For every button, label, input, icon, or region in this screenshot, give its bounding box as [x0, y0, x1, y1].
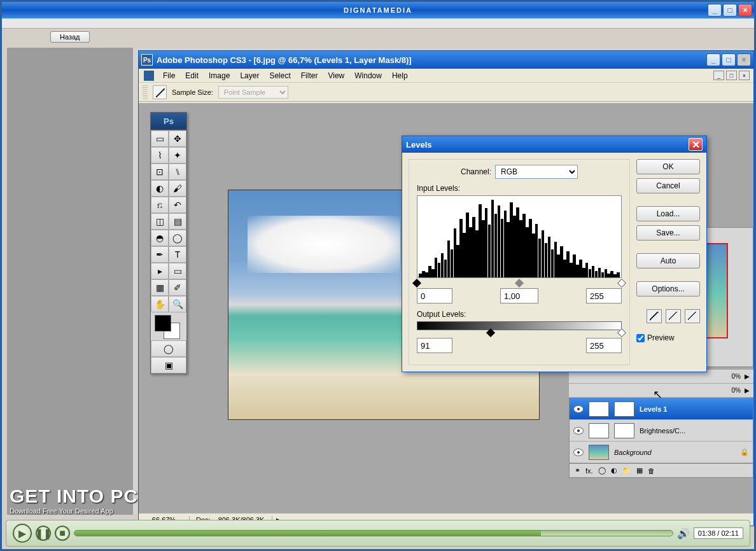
marquee-tool[interactable]: ▭: [151, 130, 169, 147]
gamma-handle[interactable]: [515, 279, 524, 288]
visibility-icon[interactable]: [573, 427, 584, 435]
move-tool[interactable]: ✥: [169, 130, 186, 147]
ps-close-button[interactable]: ×: [737, 53, 751, 66]
preview-checkbox[interactable]: Preview: [636, 333, 700, 342]
menu-layer[interactable]: Layer: [235, 70, 264, 81]
blur-tool[interactable]: ◓: [151, 230, 169, 246]
healing-brush-tool[interactable]: ◐: [151, 180, 169, 197]
input-slider[interactable]: [417, 281, 622, 286]
pen-tool[interactable]: ✒: [151, 246, 169, 263]
layer-row-levels[interactable]: Levels 1: [570, 398, 753, 420]
color-swatches[interactable]: [151, 312, 186, 340]
visibility-icon[interactable]: [573, 449, 584, 456]
output-slider[interactable]: [417, 330, 622, 335]
menu-window[interactable]: Window: [349, 70, 387, 81]
channel-select[interactable]: RGB: [495, 165, 578, 179]
brush-tool[interactable]: 🖌: [169, 180, 186, 197]
notes-tool[interactable]: ▦: [151, 279, 169, 296]
layer-thumb: [589, 401, 609, 417]
layer-row-background[interactable]: Background 🔒: [570, 442, 753, 463]
preview-checkbox-input[interactable]: [636, 334, 645, 342]
tools-header[interactable]: Ps: [151, 113, 186, 130]
history-brush-tool[interactable]: ↶: [169, 197, 186, 213]
levels-close-button[interactable]: ✕: [689, 138, 703, 151]
progress-track[interactable]: [74, 530, 673, 536]
ps-minimize-button[interactable]: _: [706, 53, 720, 66]
menu-select[interactable]: Select: [264, 70, 295, 81]
save-button[interactable]: Save...: [636, 225, 700, 241]
white-point-handle[interactable]: [617, 279, 626, 288]
watermark-subtitle: Download Free Your Desired App: [10, 507, 138, 515]
back-button[interactable]: Назад: [50, 31, 90, 43]
slice-tool[interactable]: ⑊: [169, 164, 186, 180]
input-gamma-field[interactable]: [500, 288, 538, 303]
arrow-icon[interactable]: ▶: [745, 373, 750, 380]
menu-help[interactable]: Help: [387, 70, 413, 81]
lasso-tool[interactable]: ⌇: [151, 147, 169, 164]
input-white-field[interactable]: [586, 288, 622, 303]
eyedropper-tool-icon[interactable]: [153, 85, 167, 99]
sample-size-select[interactable]: Point Sample: [218, 86, 288, 99]
crop-tool[interactable]: ⊡: [151, 164, 169, 180]
menu-view[interactable]: View: [323, 70, 349, 81]
pause-button[interactable]: ❚❚: [36, 526, 51, 541]
black-point-handle[interactable]: [412, 279, 421, 288]
auto-button[interactable]: Auto: [636, 253, 700, 269]
output-white-field[interactable]: [586, 338, 622, 353]
dodge-tool[interactable]: ◯: [169, 230, 186, 246]
output-black-handle[interactable]: [486, 328, 495, 337]
load-button[interactable]: Load...: [636, 206, 700, 221]
layer-thumb: [589, 423, 609, 438]
menu-filter[interactable]: Filter: [296, 70, 323, 81]
play-button[interactable]: ▶: [13, 524, 32, 543]
new-layer-icon[interactable]: ▦: [636, 466, 643, 475]
trash-icon[interactable]: 🗑: [648, 467, 655, 475]
menu-edit[interactable]: Edit: [180, 70, 204, 81]
black-eyedropper-icon[interactable]: [647, 309, 662, 323]
layer-row-brightness[interactable]: Brightness/C...: [570, 420, 753, 442]
close-button[interactable]: ×: [738, 4, 752, 17]
ps-maximize-button[interactable]: □: [722, 53, 736, 66]
layer-name: Levels 1: [640, 405, 667, 413]
folder-icon[interactable]: 📁: [622, 466, 631, 475]
visibility-icon[interactable]: [573, 405, 584, 413]
magic-wand-tool[interactable]: ✦: [169, 147, 186, 164]
output-black-field[interactable]: [417, 338, 452, 353]
fx-icon[interactable]: fx.: [585, 467, 593, 475]
ok-button[interactable]: OK: [636, 159, 700, 174]
eyedropper-tool[interactable]: ✐: [169, 279, 186, 296]
link-icon[interactable]: ⚭: [575, 466, 580, 475]
gradient-tool[interactable]: ▤: [169, 213, 186, 230]
quick-mask-toggle[interactable]: ◯: [151, 340, 186, 357]
minimize-button[interactable]: _: [708, 4, 722, 17]
hand-tool[interactable]: ✋: [151, 296, 169, 312]
gray-eyedropper-icon[interactable]: [666, 309, 681, 323]
maximize-button[interactable]: □: [723, 4, 737, 17]
sample-size-label: Sample Size:: [172, 88, 213, 96]
adjustment-icon[interactable]: ◐: [611, 466, 617, 475]
arrow-icon[interactable]: ▶: [745, 387, 750, 394]
options-grip[interactable]: [143, 85, 148, 99]
eraser-tool[interactable]: ◫: [151, 213, 169, 230]
doc-close-button[interactable]: ×: [739, 71, 750, 80]
options-button[interactable]: Options...: [636, 281, 700, 296]
input-black-field[interactable]: [417, 288, 452, 303]
menu-file[interactable]: File: [158, 70, 180, 81]
mask-icon[interactable]: ◯: [598, 466, 606, 475]
doc-restore-button[interactable]: □: [726, 71, 737, 80]
volume-icon[interactable]: 🔊: [677, 527, 690, 540]
path-selection-tool[interactable]: ▸: [151, 263, 169, 279]
output-white-handle[interactable]: [617, 328, 626, 337]
screen-mode-toggle[interactable]: ▣: [151, 357, 186, 373]
shape-tool[interactable]: ▭: [169, 263, 186, 279]
cancel-button[interactable]: Cancel: [636, 178, 700, 193]
levels-titlebar[interactable]: Levels ✕: [402, 136, 706, 153]
clone-stamp-tool[interactable]: ⎌: [151, 197, 169, 213]
stop-button[interactable]: ■: [55, 526, 70, 541]
doc-minimize-button[interactable]: _: [713, 71, 724, 80]
type-tool[interactable]: T: [169, 246, 186, 263]
menu-image[interactable]: Image: [204, 70, 235, 81]
zoom-tool[interactable]: 🔍: [169, 296, 186, 312]
foreground-color[interactable]: [155, 315, 171, 331]
white-eyedropper-icon[interactable]: [685, 309, 700, 323]
